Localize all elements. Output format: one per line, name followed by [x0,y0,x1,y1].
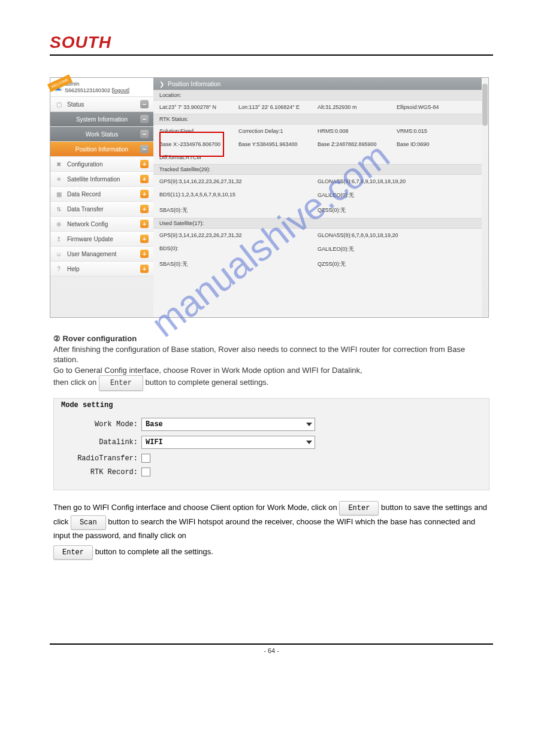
nav-firmware-update[interactable]: ↥Firmware Update+ [50,232,153,247]
nav-configuration[interactable]: ✖Configuration+ [50,157,153,172]
expand-icon: + [140,220,149,228]
glonass-tracked: GLONASS(9):6,7,8,9,10,18,18,19,20 [318,178,476,184]
glonass-used: GLONASS(8):6,7,8,9,10,18,19,20 [318,232,476,238]
body-para: ② Rover configuration After finishing th… [53,333,489,391]
collapse-icon: − [140,145,149,153]
welcome-box: WELCOME 👤 admin S66255123180302 [logout] [50,78,153,97]
lon-value: Lon:113° 22′ 6.106824″ E [238,104,318,110]
diff-format: Diff.format:RTCM [159,154,201,160]
rover-config-text-2: Go to General Config interface, choose R… [53,365,489,376]
galileo-used: GALILEO(0):无 [318,245,476,253]
logout-link[interactable]: [logout] [112,87,130,93]
brand-logo: SOUTH [50,33,493,52]
rtkrecord-checkbox[interactable] [141,467,150,476]
collapse-icon: − [140,115,149,123]
step-text-4: button to complete all the settings. [95,547,213,556]
scrollbar[interactable] [482,78,488,317]
footer-rule [50,643,493,645]
ellipsoid-value: Ellipsoid:WGS-84 [397,104,476,110]
datalink-label: Datalink: [54,438,141,447]
enter-button-1[interactable]: Enter [99,375,143,391]
workmode-select[interactable]: Base [141,418,315,431]
nav-work-status[interactable]: Work Status− [50,127,153,142]
lat-value: Lat:23° 7′ 33.900278″ N [159,104,238,110]
help-icon: ? [55,265,62,272]
sbas-used: SBAS(0):无 [159,260,318,268]
tracked-header: Tracked Satellite(29): [153,164,482,175]
nav: ▢Status− System Information− Work Status… [50,97,153,277]
step-text-3: button to search the WIFI hotspot around… [53,517,475,540]
expand-icon: + [140,175,149,183]
nav-status[interactable]: ▢Status− [50,97,153,112]
bds-tracked: BDS(11):1,2,3,4,5,6,7,8,9,10,15 [159,192,318,199]
rover-config-heading: ② Rover configuration [53,333,489,344]
rover-config-text-3b: button to complete general settings. [146,378,269,387]
app-frame: WELCOME 👤 admin S66255123180302 [logout]… [50,77,489,318]
enter-button-2[interactable]: Enter [339,501,379,515]
rtk-header: RTK Status: [153,114,482,125]
step-text-1: Then go to WIFI Config interface and cho… [53,503,339,512]
nav-network-config[interactable]: ⊕Network Config+ [50,217,153,232]
expand-icon: + [140,250,149,258]
transfer-icon: ⇅ [55,205,62,212]
main-header: ❯Position Information [153,78,482,90]
mode-setting-panel: Mode setting Work Mode: Base Datalink: W… [53,398,489,490]
qzss-used: QZSS(0):无 [318,260,476,268]
chevron-right-icon: ❯ [159,81,164,87]
bds-used: BDS(0): [159,245,318,253]
page-number: - 64 - [50,647,493,654]
upload-icon: ↥ [55,235,62,242]
nav-system-information[interactable]: System Information− [50,112,153,127]
users-icon: ☺ [55,250,62,257]
expand-icon: + [140,235,149,243]
expand-icon: + [140,190,149,198]
nav-position-information[interactable]: Position Information− [50,142,153,157]
main-panel: ❯Position Information Location: Lat:23° … [153,78,488,317]
enter-button-3[interactable]: Enter [53,545,93,560]
globe-icon: ⊕ [55,220,62,227]
hrms-value: HRMS:0.008 [318,128,397,134]
radiotransfer-checkbox[interactable] [141,454,150,463]
expand-icon: + [140,160,149,168]
satellite-icon: ✳ [55,175,62,183]
user-serial: S66255123180302 [65,87,110,93]
rover-config-text-1: After finishing the configuration of Bas… [53,344,489,365]
solution-value: Solution:Fixed [159,128,238,134]
mode-setting-title: Mode setting [54,401,489,413]
nav-user-management[interactable]: ☺User Management+ [50,247,153,262]
location-header: Location: [153,90,482,101]
basez-value: Base Z:2487882.895900 [318,141,397,147]
collapse-icon: − [140,130,149,138]
basey-value: Base Y:5384951.963400 [238,141,318,147]
rtkrecord-label: RTK Record: [54,468,141,476]
corrdelay-value: Correction Delay:1 [238,128,318,134]
nav-help[interactable]: ?Help+ [50,262,153,277]
basex-value: Base X:-2334976.806700 [159,141,238,147]
workmode-label: Work Mode: [54,420,141,429]
wifi-step-text: Then go to WIFI Config interface and cho… [53,501,489,560]
record-icon: ▦ [55,190,62,198]
baseid-value: Base ID:0690 [397,141,476,147]
expand-icon: + [140,205,149,213]
gps-tracked: GPS(9):3,14,16,22,23,26,27,31,32 [159,178,318,184]
collapse-icon: − [140,100,149,108]
used-header: Used Satellite(17): [153,218,482,229]
sbas-tracked: SBAS(0):无 [159,207,318,214]
nav-data-transfer[interactable]: ⇅Data Transfer+ [50,202,153,217]
nav-data-record[interactable]: ▦Data Record+ [50,187,153,202]
header-rule [50,54,493,56]
datalink-select[interactable]: WIFI [141,436,315,449]
scan-button[interactable]: Scan [71,515,106,530]
vrms-value: VRMS:0.015 [397,128,476,134]
radiotransfer-label: RadioTransfer: [54,454,141,463]
scroll-thumb[interactable] [482,84,488,126]
monitor-icon: ▢ [55,101,62,108]
main-title: Position Information [168,81,220,87]
chevron-down-icon [306,423,312,426]
chevron-down-icon [306,441,312,444]
galileo-tracked: GALILEO(0):无 [318,192,476,199]
gps-used: GPS(9):3,14,16,22,23,26,27,31,32 [159,232,318,238]
rover-config-text-3a: then click on [53,378,99,387]
alt-value: Alt:31.252930 m [318,104,397,110]
nav-satellite-information[interactable]: ✳Satellite Information+ [50,172,153,187]
